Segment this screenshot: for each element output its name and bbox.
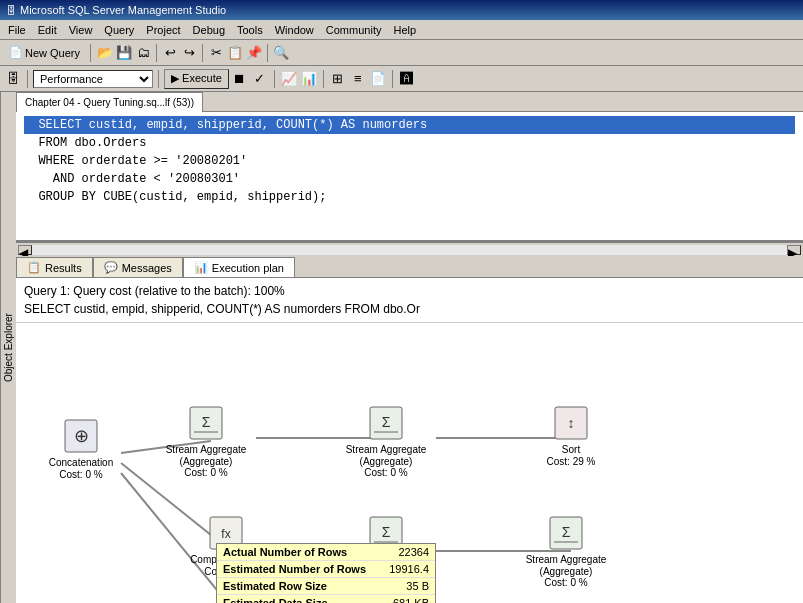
node-stream-agg-4[interactable]: Σ Stream Aggregate (Aggregate) Cost: 0 % bbox=[521, 515, 611, 588]
sql-line-4: AND orderdate < '20080301' bbox=[24, 170, 795, 188]
format-icon[interactable]: 🅰 bbox=[398, 70, 416, 88]
stream-agg-4-cost: Cost: 0 % bbox=[544, 577, 587, 588]
tooltip-value-2: 19916.4 bbox=[389, 563, 429, 575]
performance-dropdown[interactable]: Performance bbox=[33, 70, 153, 88]
new-query-button[interactable]: 📄 New Query bbox=[4, 42, 85, 64]
menu-help[interactable]: Help bbox=[387, 22, 422, 38]
sep-7 bbox=[274, 70, 275, 88]
tooltip-row-1: Actual Number of Rows 22364 bbox=[217, 544, 435, 561]
node-tooltip: Actual Number of Rows 22364 Estimated Nu… bbox=[216, 543, 436, 603]
sep-3 bbox=[202, 44, 203, 62]
concatenation-icon: ⊕ bbox=[63, 418, 99, 454]
parse-icon[interactable]: ✓ bbox=[251, 70, 269, 88]
query-tab-bar: Chapter 04 - Query Tuning.sq...lf (53)) bbox=[16, 92, 803, 112]
main-area: Object Explorer Chapter 04 - Query Tunin… bbox=[0, 92, 803, 603]
tooltip-label-4: Estimated Data Size bbox=[223, 597, 385, 603]
scroll-left-btn[interactable]: ◀ bbox=[18, 245, 32, 255]
tab-messages[interactable]: 💬 Messages bbox=[93, 257, 183, 277]
object-explorer-panel[interactable]: Object Explorer bbox=[0, 92, 16, 603]
sort-label: Sort bbox=[562, 443, 580, 456]
node-stream-agg-1[interactable]: Σ Stream Aggregate (Aggregate) Cost: 0 % bbox=[161, 405, 251, 478]
node-stream-agg-2[interactable]: Σ Stream Aggregate (Aggregate) Cost: 0 % bbox=[341, 405, 431, 478]
svg-text:Σ: Σ bbox=[562, 524, 571, 540]
stream-agg-1-cost: Cost: 0 % bbox=[184, 467, 227, 478]
menu-edit[interactable]: Edit bbox=[32, 22, 63, 38]
app-icon: 🗄 bbox=[6, 5, 16, 16]
stream-agg-2-label: Stream Aggregate bbox=[346, 443, 427, 456]
tooltip-row-2: Estimated Number of Rows 19916.4 bbox=[217, 561, 435, 578]
object-explorer-icon[interactable]: 🗄 bbox=[4, 70, 22, 88]
undo-icon[interactable]: ↩ bbox=[161, 44, 179, 62]
tooltip-row-4: Estimated Data Size 681 KB bbox=[217, 595, 435, 603]
menu-window[interactable]: Window bbox=[269, 22, 320, 38]
menu-project[interactable]: Project bbox=[140, 22, 186, 38]
messages-tab-label: Messages bbox=[122, 262, 172, 274]
results-tab-icon: 📋 bbox=[27, 261, 41, 274]
tooltip-value-4: 681 KB bbox=[393, 597, 429, 603]
menu-tools[interactable]: Tools bbox=[231, 22, 269, 38]
query-tab-item[interactable]: Chapter 04 - Query Tuning.sq...lf (53)) bbox=[16, 92, 203, 112]
toolbar-1: 📄 New Query 📂 💾 🗂 ↩ ↪ ✂ 📋 📌 🔍 bbox=[0, 40, 803, 66]
stream-agg-4-icon: Σ bbox=[548, 515, 584, 551]
open-icon[interactable]: 📂 bbox=[96, 44, 114, 62]
svg-text:Σ: Σ bbox=[382, 414, 391, 430]
results-grid-icon[interactable]: ⊞ bbox=[329, 70, 347, 88]
svg-text:fx: fx bbox=[221, 527, 230, 541]
copy-icon[interactable]: 📋 bbox=[226, 44, 244, 62]
toolbar-2: 🗄 Performance ▶ Execute ⏹ ✓ 📈 📊 ⊞ ≡ 📄 🅰 bbox=[0, 66, 803, 92]
sep-6 bbox=[158, 70, 159, 88]
paste-icon[interactable]: 📌 bbox=[245, 44, 263, 62]
cut-icon[interactable]: ✂ bbox=[207, 44, 225, 62]
content-area: Chapter 04 - Query Tuning.sq...lf (53)) … bbox=[16, 92, 803, 603]
menu-community[interactable]: Community bbox=[320, 22, 388, 38]
scroll-right-btn[interactable]: ▶ bbox=[787, 245, 801, 255]
svg-text:⊕: ⊕ bbox=[74, 426, 89, 446]
node-concatenation[interactable]: ⊕ Concatenation Cost: 0 % bbox=[36, 418, 126, 480]
stop-icon[interactable]: ⏹ bbox=[231, 70, 249, 88]
results-file-icon[interactable]: 📄 bbox=[369, 70, 387, 88]
find-icon[interactable]: 🔍 bbox=[272, 44, 290, 62]
stream-agg-1-sublabel: (Aggregate) bbox=[180, 456, 233, 467]
execution-plan-tab-icon: 📊 bbox=[194, 261, 208, 274]
object-explorer-label: Object Explorer bbox=[3, 313, 14, 382]
plan-header-line2: SELECT custid, empid, shipperid, COUNT(*… bbox=[24, 300, 795, 318]
execute-button[interactable]: ▶ Execute bbox=[164, 69, 229, 89]
results-tab-label: Results bbox=[45, 262, 82, 274]
tab-execution-plan[interactable]: 📊 Execution plan bbox=[183, 257, 295, 277]
sep-2 bbox=[156, 44, 157, 62]
concatenation-label: Concatenation bbox=[49, 456, 114, 469]
menu-file[interactable]: File bbox=[2, 22, 32, 38]
results-tab-bar: 📋 Results 💬 Messages 📊 Execution plan bbox=[16, 256, 803, 278]
menu-view[interactable]: View bbox=[63, 22, 99, 38]
results-text-icon[interactable]: ≡ bbox=[349, 70, 367, 88]
sql-line-2: FROM dbo.Orders bbox=[24, 134, 795, 152]
horizontal-scrollbar[interactable]: ◀ ▶ bbox=[16, 242, 803, 256]
sep-5 bbox=[27, 70, 28, 88]
svg-text:↕: ↕ bbox=[568, 415, 575, 431]
svg-text:Σ: Σ bbox=[382, 524, 391, 540]
sep-9 bbox=[392, 70, 393, 88]
tooltip-label-3: Estimated Row Size bbox=[223, 580, 398, 592]
stream-agg-2-icon: Σ bbox=[368, 405, 404, 441]
sql-line-1: SELECT custid, empid, shipperid, COUNT(*… bbox=[24, 116, 795, 134]
menu-debug[interactable]: Debug bbox=[187, 22, 231, 38]
stream-agg-2-cost: Cost: 0 % bbox=[364, 467, 407, 478]
include-plan-icon[interactable]: 📊 bbox=[300, 70, 318, 88]
execution-plan-tab-label: Execution plan bbox=[212, 262, 284, 274]
sep-4 bbox=[267, 44, 268, 62]
save-all-icon[interactable]: 🗂 bbox=[134, 44, 152, 62]
concatenation-cost: Cost: 0 % bbox=[59, 469, 102, 480]
node-sort[interactable]: ↕ Sort Cost: 29 % bbox=[526, 405, 616, 467]
new-query-icon: 📄 bbox=[9, 46, 23, 59]
tab-results[interactable]: 📋 Results bbox=[16, 257, 93, 277]
menu-bar: File Edit View Query Project Debug Tools… bbox=[0, 20, 803, 40]
sql-editor[interactable]: SELECT custid, empid, shipperid, COUNT(*… bbox=[16, 112, 803, 242]
svg-text:Σ: Σ bbox=[202, 414, 211, 430]
redo-icon[interactable]: ↪ bbox=[180, 44, 198, 62]
plan-header-line1: Query 1: Query cost (relative to the bat… bbox=[24, 282, 795, 300]
stream-agg-2-sublabel: (Aggregate) bbox=[360, 456, 413, 467]
toolbar-icons-group: 📂 💾 🗂 ↩ ↪ ✂ 📋 📌 🔍 bbox=[96, 44, 290, 62]
save-icon[interactable]: 💾 bbox=[115, 44, 133, 62]
menu-query[interactable]: Query bbox=[98, 22, 140, 38]
include-stats-icon[interactable]: 📈 bbox=[280, 70, 298, 88]
